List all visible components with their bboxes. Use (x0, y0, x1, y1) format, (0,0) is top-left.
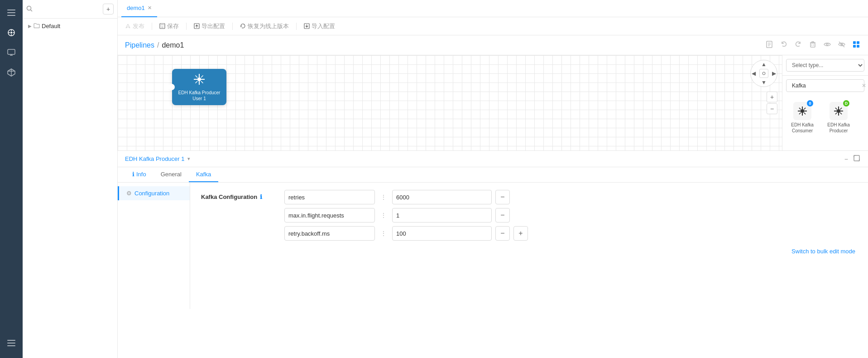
component-grid: 0 EDH Kafka Consumer D EDH Kafka Produce… (782, 96, 868, 140)
import-button[interactable]: 导入配置 (304, 22, 335, 30)
publish-button[interactable]: 发布 (125, 22, 144, 30)
toolbar-divider-4 (296, 23, 297, 30)
kafka-config-info-icon[interactable]: ℹ (260, 194, 262, 200)
breadcrumb-current: demo1 (162, 41, 184, 49)
right-panel-header: Select type... (782, 55, 868, 76)
component-item-consumer[interactable]: 0 EDH Kafka Consumer (786, 99, 819, 136)
import-label: 导入配置 (312, 22, 335, 30)
sidebar-icon-package[interactable] (3, 64, 19, 81)
eye-button[interactable] (823, 40, 832, 51)
compass-down-icon[interactable]: ▼ (761, 79, 767, 86)
header-actions (765, 40, 861, 51)
grid-view-button[interactable] (852, 40, 861, 51)
nav-add-button[interactable]: + (103, 4, 114, 15)
redo-button[interactable] (794, 40, 803, 51)
compass-right-icon[interactable]: ▶ (772, 70, 776, 77)
kafka-config-label: Kafka Configuration ℹ (201, 190, 273, 255)
svg-line-67 (835, 108, 837, 110)
svg-point-18 (27, 6, 31, 10)
compass-center[interactable] (759, 69, 768, 78)
svg-rect-17 (7, 345, 15, 346)
config-key-input-1[interactable] (284, 208, 375, 223)
remove-row-button-0[interactable]: − (495, 190, 510, 204)
svg-line-61 (799, 113, 801, 115)
remove-row-button-1[interactable]: − (495, 208, 510, 223)
zoom-in-button[interactable]: + (767, 92, 777, 102)
drag-handle-2[interactable]: ⋮ (379, 230, 388, 237)
bulk-edit-link[interactable]: Switch to bulk edit mode (284, 248, 857, 255)
search-clear-icon[interactable]: ✕ (862, 82, 866, 89)
nav-compass: ▲ ▼ ◀ ▶ (750, 60, 777, 87)
sidebar-icon-monitor[interactable] (3, 44, 19, 61)
info-tab-icon: ℹ (132, 171, 134, 178)
general-tab-label: General (161, 171, 182, 178)
compass-up-icon[interactable]: ▲ (761, 61, 767, 68)
node-input-port (168, 84, 175, 90)
tab-kafka[interactable]: Kafka (189, 167, 218, 182)
panel-minimize-button[interactable]: − (844, 154, 849, 164)
eye-off-button[interactable] (837, 40, 846, 51)
tab-info[interactable]: ℹ Info (125, 167, 153, 182)
component-search-input[interactable] (792, 82, 860, 89)
doc-action-button[interactable] (765, 40, 774, 51)
save-button[interactable]: 保存 (159, 22, 179, 30)
undo-button[interactable] (779, 40, 788, 51)
sidebar-icon-settings[interactable] (3, 337, 19, 353)
drag-handle-1[interactable]: ⋮ (379, 212, 388, 219)
component-type-select[interactable]: Select type... (786, 59, 864, 72)
toolbar-divider-2 (186, 23, 187, 30)
svg-rect-71 (854, 155, 859, 161)
svg-rect-38 (857, 41, 859, 44)
kafka-config-row-1: ⋮ − (284, 208, 857, 223)
pipeline-canvas[interactable]: EDH Kafka ProducerUser 1 ▲ ▼ ◀ ▶ (118, 55, 782, 150)
breadcrumb-parent[interactable]: Pipelines (125, 41, 154, 49)
nav-panel: + ▶ Default (23, 0, 118, 358)
component-item-producer[interactable]: D EDH Kafka Producer (822, 99, 855, 136)
search-icon (26, 5, 33, 13)
config-key-input-0[interactable] (284, 190, 375, 204)
compass-left-icon[interactable]: ◀ (752, 70, 756, 77)
delete-button[interactable] (808, 40, 817, 51)
tab-close-icon[interactable]: ✕ (148, 5, 152, 11)
panel-controls: − (844, 154, 861, 164)
toolbar-divider-3 (232, 23, 233, 30)
consumer-badge: 0 (807, 100, 813, 106)
svg-line-46 (196, 75, 198, 77)
node-label: EDH Kafka ProducerUser 1 (178, 90, 221, 102)
svg-point-34 (826, 44, 828, 45)
nav-tree-item-default[interactable]: ▶ Default (23, 19, 117, 33)
sidebar-icon-pipeline[interactable] (3, 24, 19, 41)
zoom-out-button[interactable]: − (767, 103, 777, 114)
panel-arrow-icon[interactable]: ▾ (187, 156, 190, 162)
tab-general[interactable]: General (153, 167, 189, 182)
panel-title[interactable]: EDH Kafka Producer 1 (125, 155, 185, 162)
producer-badge: D (843, 100, 849, 106)
canvas-zoom: + − (767, 92, 777, 114)
svg-rect-9 (8, 49, 15, 54)
config-key-input-2[interactable] (284, 226, 375, 241)
svg-line-49 (196, 81, 198, 83)
sidebar-icon-menu[interactable] (3, 5, 19, 21)
canvas-nav: ▲ ▼ ◀ ▶ (750, 60, 777, 87)
kafka-config-row-2: ⋮ − + (284, 226, 857, 241)
config-val-input-1[interactable] (392, 208, 492, 223)
svg-line-59 (804, 113, 806, 115)
config-section-label: Configuration (134, 190, 169, 197)
config-val-input-0[interactable] (392, 190, 492, 204)
info-tab-label: Info (136, 171, 146, 178)
panel-expand-button[interactable] (853, 154, 861, 164)
svg-line-60 (804, 108, 806, 110)
svg-line-69 (840, 108, 842, 110)
add-row-button[interactable]: + (513, 226, 528, 241)
save-label: 保存 (167, 22, 179, 30)
remove-row-button-2[interactable]: − (495, 226, 510, 241)
tab-demo1[interactable]: demo1 ✕ (121, 0, 157, 17)
config-gear-icon: ⚙ (126, 190, 132, 197)
svg-rect-16 (7, 343, 15, 343)
restore-button[interactable]: 恢复为线上版本 (240, 22, 289, 30)
pipeline-node[interactable]: EDH Kafka ProducerUser 1 (172, 69, 226, 105)
drag-handle-0[interactable]: ⋮ (379, 194, 388, 201)
export-button[interactable]: 导出配置 (194, 22, 225, 30)
config-section-configuration[interactable]: ⚙ Configuration (118, 186, 190, 200)
config-val-input-2[interactable] (392, 226, 492, 241)
